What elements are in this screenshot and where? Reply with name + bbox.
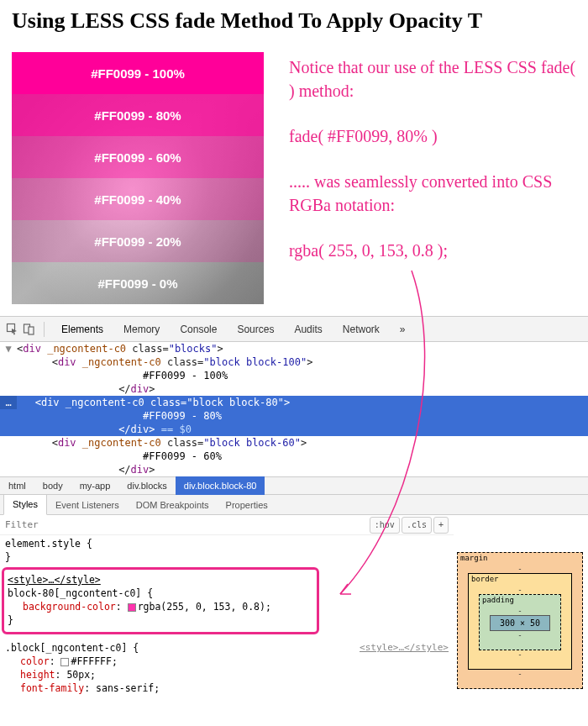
tab-console[interactable]: Console <box>171 317 225 342</box>
dom-line[interactable]: #FF0099 - 100% <box>0 369 588 382</box>
tab-elements[interactable]: Elements <box>53 317 112 342</box>
dom-line-selected[interactable]: #FF0099 - 80% <box>0 409 588 423</box>
box-content: 300 × 50 <box>490 615 550 631</box>
filter-input[interactable] <box>5 519 370 530</box>
filter-row: :hov .cls + <box>0 515 454 535</box>
page-title: Using LESS CSS fade Method To Apply Opac… <box>0 0 588 40</box>
devtools-panel: Elements Memory Console Sources Audits N… <box>0 316 588 697</box>
subtab-listeners[interactable]: Event Listeners <box>47 495 128 515</box>
dom-line[interactable]: #FF0099 - 60% <box>0 450 588 463</box>
rule-block[interactable]: <style>…</style> .block[_ngcontent-c0] {… <box>0 639 454 697</box>
annot-line-1: Notice that our use of the LESS CSS fade… <box>289 55 576 103</box>
color-swatch-icon[interactable] <box>60 658 69 666</box>
tab-more[interactable]: » <box>391 317 414 342</box>
annot-line-4: rgba( 255, 0, 153, 0.8 ); <box>289 239 576 262</box>
block-40: #FF0099 - 40% <box>12 178 264 220</box>
crumb-blocks[interactable]: div.blocks <box>118 476 175 495</box>
subtab-properties[interactable]: Properties <box>218 495 276 515</box>
tab-audits[interactable]: Audits <box>286 317 330 342</box>
block-20: #FF0099 - 20% <box>12 220 264 262</box>
dom-line-selected[interactable]: </div> == $0 <box>0 423 588 436</box>
dom-line[interactable]: ▼<div _ngcontent-c0 class="blocks"> <box>0 342 588 355</box>
color-swatch-icon[interactable] <box>128 603 136 612</box>
dom-line[interactable]: <div _ngcontent-c0 class="block block-60… <box>0 436 588 450</box>
dom-line[interactable]: </div> <box>0 463 588 476</box>
dom-tree[interactable]: ▼<div _ngcontent-c0 class="blocks"> <div… <box>0 342 588 476</box>
rule-block-80[interactable]: <style>…</style> block-80[_ngcontent-c0]… <box>2 567 319 634</box>
dom-line-selected[interactable]: … <div _ngcontent-c0 class="block block-… <box>0 396 588 409</box>
tab-memory[interactable]: Memory <box>115 317 168 342</box>
styles-panel: :hov .cls + element.style { } <style>…</… <box>0 515 588 697</box>
rule-source[interactable]: <style>…</style> <box>360 641 449 655</box>
block-0: #FF0099 - 0% <box>12 262 264 304</box>
crumb-myapp[interactable]: my-app <box>71 476 119 495</box>
dom-line[interactable]: <div _ngcontent-c0 class="block block-10… <box>0 355 588 369</box>
svg-rect-2 <box>29 327 34 334</box>
subtab-styles[interactable]: Styles <box>3 495 47 515</box>
styles-subtabs: Styles Event Listeners DOM Breakpoints P… <box>0 495 588 515</box>
device-icon[interactable] <box>22 323 35 336</box>
rule-element-style[interactable]: element.style { } <box>0 535 454 566</box>
subtab-breakpoints[interactable]: DOM Breakpoints <box>128 495 218 515</box>
tab-sources[interactable]: Sources <box>228 317 282 342</box>
fade-demo-blocks: #FF0099 - 100% #FF0099 - 80% #FF0099 - 6… <box>12 52 264 304</box>
hov-toggle[interactable]: :hov <box>370 517 400 534</box>
devtools-tabs: Elements Memory Console Sources Audits N… <box>0 317 588 342</box>
cls-toggle[interactable]: .cls <box>402 517 432 534</box>
styles-rules: :hov .cls + element.style { } <style>…</… <box>0 515 454 697</box>
annot-line-3: ..... was seamlessly converted into CSS … <box>289 170 576 217</box>
annotation-text: Notice that our use of the LESS CSS fade… <box>289 52 576 304</box>
tab-network[interactable]: Network <box>334 317 388 342</box>
block-100: #FF0099 - 100% <box>12 52 264 94</box>
breadcrumb: html body my-app div.blocks div.block.bl… <box>0 476 588 495</box>
add-rule-button[interactable]: + <box>433 517 449 534</box>
rule-source[interactable]: <style>…</style> <box>8 574 101 586</box>
dom-line[interactable]: </div> <box>0 382 588 396</box>
block-80: #FF0099 - 80% <box>12 94 264 136</box>
annot-line-2: fade( #FF0099, 80% ) <box>289 124 576 148</box>
crumb-body[interactable]: body <box>34 476 71 495</box>
crumb-html[interactable]: html <box>0 476 34 495</box>
box-model: margin - border - padding- 300 × 50 - - … <box>457 552 583 689</box>
upper-section: #FF0099 - 100% #FF0099 - 80% #FF0099 - 6… <box>0 40 588 311</box>
crumb-selected[interactable]: div.block.block-80 <box>176 476 265 495</box>
block-60: #FF0099 - 60% <box>12 136 264 178</box>
inspect-icon[interactable] <box>5 323 18 336</box>
separator <box>44 322 45 337</box>
